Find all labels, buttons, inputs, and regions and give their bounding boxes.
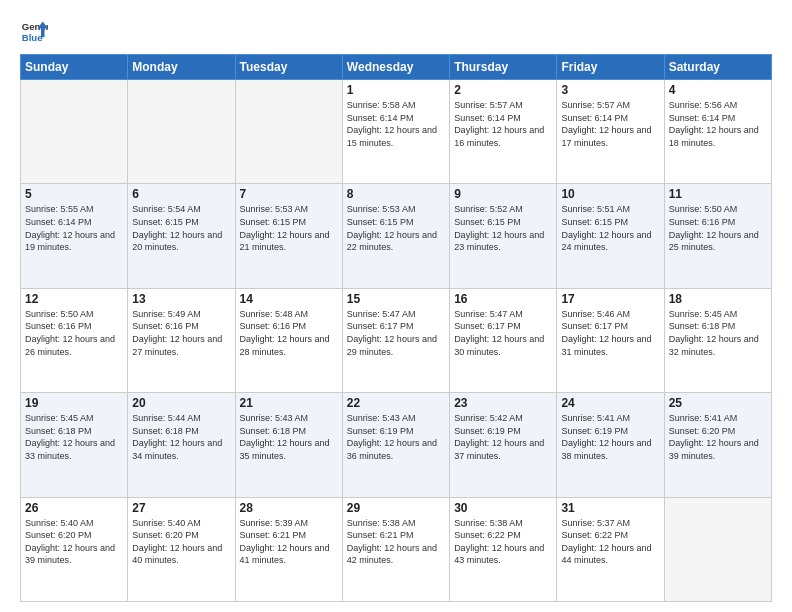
day-info: Sunrise: 5:53 AMSunset: 6:15 PMDaylight:… — [240, 203, 338, 253]
day-info: Sunrise: 5:47 AMSunset: 6:17 PMDaylight:… — [347, 308, 445, 358]
day-number: 8 — [347, 187, 445, 201]
calendar-cell: 3Sunrise: 5:57 AMSunset: 6:14 PMDaylight… — [557, 80, 664, 184]
day-number: 20 — [132, 396, 230, 410]
calendar-week-row: 1Sunrise: 5:58 AMSunset: 6:14 PMDaylight… — [21, 80, 772, 184]
day-number: 11 — [669, 187, 767, 201]
day-info: Sunrise: 5:57 AMSunset: 6:14 PMDaylight:… — [561, 99, 659, 149]
calendar-cell: 21Sunrise: 5:43 AMSunset: 6:18 PMDayligh… — [235, 393, 342, 497]
day-info: Sunrise: 5:38 AMSunset: 6:21 PMDaylight:… — [347, 517, 445, 567]
day-info: Sunrise: 5:38 AMSunset: 6:22 PMDaylight:… — [454, 517, 552, 567]
day-number: 15 — [347, 292, 445, 306]
day-number: 29 — [347, 501, 445, 515]
day-number: 26 — [25, 501, 123, 515]
calendar-cell — [128, 80, 235, 184]
calendar-cell — [21, 80, 128, 184]
day-info: Sunrise: 5:58 AMSunset: 6:14 PMDaylight:… — [347, 99, 445, 149]
day-number: 30 — [454, 501, 552, 515]
day-number: 13 — [132, 292, 230, 306]
day-info: Sunrise: 5:48 AMSunset: 6:16 PMDaylight:… — [240, 308, 338, 358]
weekday-header-row: SundayMondayTuesdayWednesdayThursdayFrid… — [21, 55, 772, 80]
logo-icon: General Blue — [20, 18, 48, 46]
calendar-cell: 31Sunrise: 5:37 AMSunset: 6:22 PMDayligh… — [557, 497, 664, 601]
calendar-cell: 6Sunrise: 5:54 AMSunset: 6:15 PMDaylight… — [128, 184, 235, 288]
day-number: 21 — [240, 396, 338, 410]
day-info: Sunrise: 5:50 AMSunset: 6:16 PMDaylight:… — [669, 203, 767, 253]
calendar-cell: 5Sunrise: 5:55 AMSunset: 6:14 PMDaylight… — [21, 184, 128, 288]
calendar-cell — [664, 497, 771, 601]
day-number: 4 — [669, 83, 767, 97]
calendar-cell: 11Sunrise: 5:50 AMSunset: 6:16 PMDayligh… — [664, 184, 771, 288]
calendar-cell: 2Sunrise: 5:57 AMSunset: 6:14 PMDaylight… — [450, 80, 557, 184]
day-info: Sunrise: 5:49 AMSunset: 6:16 PMDaylight:… — [132, 308, 230, 358]
day-info: Sunrise: 5:47 AMSunset: 6:17 PMDaylight:… — [454, 308, 552, 358]
day-number: 25 — [669, 396, 767, 410]
calendar-cell: 28Sunrise: 5:39 AMSunset: 6:21 PMDayligh… — [235, 497, 342, 601]
svg-text:Blue: Blue — [22, 32, 43, 43]
weekday-header: Wednesday — [342, 55, 449, 80]
day-number: 5 — [25, 187, 123, 201]
calendar-cell: 19Sunrise: 5:45 AMSunset: 6:18 PMDayligh… — [21, 393, 128, 497]
header: General Blue — [20, 18, 772, 46]
weekday-header: Tuesday — [235, 55, 342, 80]
calendar-cell: 25Sunrise: 5:41 AMSunset: 6:20 PMDayligh… — [664, 393, 771, 497]
weekday-header: Monday — [128, 55, 235, 80]
day-info: Sunrise: 5:56 AMSunset: 6:14 PMDaylight:… — [669, 99, 767, 149]
calendar-cell: 4Sunrise: 5:56 AMSunset: 6:14 PMDaylight… — [664, 80, 771, 184]
calendar-cell: 1Sunrise: 5:58 AMSunset: 6:14 PMDaylight… — [342, 80, 449, 184]
day-number: 3 — [561, 83, 659, 97]
day-info: Sunrise: 5:55 AMSunset: 6:14 PMDaylight:… — [25, 203, 123, 253]
day-info: Sunrise: 5:42 AMSunset: 6:19 PMDaylight:… — [454, 412, 552, 462]
calendar-week-row: 26Sunrise: 5:40 AMSunset: 6:20 PMDayligh… — [21, 497, 772, 601]
day-number: 1 — [347, 83, 445, 97]
calendar-cell: 29Sunrise: 5:38 AMSunset: 6:21 PMDayligh… — [342, 497, 449, 601]
calendar-cell: 13Sunrise: 5:49 AMSunset: 6:16 PMDayligh… — [128, 288, 235, 392]
calendar-cell: 17Sunrise: 5:46 AMSunset: 6:17 PMDayligh… — [557, 288, 664, 392]
calendar-cell: 24Sunrise: 5:41 AMSunset: 6:19 PMDayligh… — [557, 393, 664, 497]
calendar-cell: 12Sunrise: 5:50 AMSunset: 6:16 PMDayligh… — [21, 288, 128, 392]
calendar-cell: 30Sunrise: 5:38 AMSunset: 6:22 PMDayligh… — [450, 497, 557, 601]
day-info: Sunrise: 5:45 AMSunset: 6:18 PMDaylight:… — [669, 308, 767, 358]
day-info: Sunrise: 5:46 AMSunset: 6:17 PMDaylight:… — [561, 308, 659, 358]
day-info: Sunrise: 5:40 AMSunset: 6:20 PMDaylight:… — [132, 517, 230, 567]
day-info: Sunrise: 5:50 AMSunset: 6:16 PMDaylight:… — [25, 308, 123, 358]
calendar-cell: 7Sunrise: 5:53 AMSunset: 6:15 PMDaylight… — [235, 184, 342, 288]
day-info: Sunrise: 5:52 AMSunset: 6:15 PMDaylight:… — [454, 203, 552, 253]
calendar-cell: 9Sunrise: 5:52 AMSunset: 6:15 PMDaylight… — [450, 184, 557, 288]
day-info: Sunrise: 5:37 AMSunset: 6:22 PMDaylight:… — [561, 517, 659, 567]
day-info: Sunrise: 5:44 AMSunset: 6:18 PMDaylight:… — [132, 412, 230, 462]
day-info: Sunrise: 5:41 AMSunset: 6:20 PMDaylight:… — [669, 412, 767, 462]
day-number: 27 — [132, 501, 230, 515]
calendar-cell: 14Sunrise: 5:48 AMSunset: 6:16 PMDayligh… — [235, 288, 342, 392]
calendar-cell: 16Sunrise: 5:47 AMSunset: 6:17 PMDayligh… — [450, 288, 557, 392]
day-number: 18 — [669, 292, 767, 306]
calendar-cell: 18Sunrise: 5:45 AMSunset: 6:18 PMDayligh… — [664, 288, 771, 392]
calendar-cell: 26Sunrise: 5:40 AMSunset: 6:20 PMDayligh… — [21, 497, 128, 601]
day-info: Sunrise: 5:43 AMSunset: 6:18 PMDaylight:… — [240, 412, 338, 462]
day-number: 9 — [454, 187, 552, 201]
day-number: 28 — [240, 501, 338, 515]
day-info: Sunrise: 5:40 AMSunset: 6:20 PMDaylight:… — [25, 517, 123, 567]
calendar-week-row: 12Sunrise: 5:50 AMSunset: 6:16 PMDayligh… — [21, 288, 772, 392]
page: General Blue SundayMondayTuesdayWednesda… — [0, 0, 792, 612]
day-number: 6 — [132, 187, 230, 201]
day-number: 17 — [561, 292, 659, 306]
calendar-table: SundayMondayTuesdayWednesdayThursdayFrid… — [20, 54, 772, 602]
day-number: 14 — [240, 292, 338, 306]
day-number: 19 — [25, 396, 123, 410]
day-number: 16 — [454, 292, 552, 306]
calendar-cell: 20Sunrise: 5:44 AMSunset: 6:18 PMDayligh… — [128, 393, 235, 497]
weekday-header: Thursday — [450, 55, 557, 80]
calendar-cell: 27Sunrise: 5:40 AMSunset: 6:20 PMDayligh… — [128, 497, 235, 601]
calendar-week-row: 19Sunrise: 5:45 AMSunset: 6:18 PMDayligh… — [21, 393, 772, 497]
calendar-cell: 8Sunrise: 5:53 AMSunset: 6:15 PMDaylight… — [342, 184, 449, 288]
day-info: Sunrise: 5:53 AMSunset: 6:15 PMDaylight:… — [347, 203, 445, 253]
calendar-cell: 15Sunrise: 5:47 AMSunset: 6:17 PMDayligh… — [342, 288, 449, 392]
day-number: 23 — [454, 396, 552, 410]
day-info: Sunrise: 5:51 AMSunset: 6:15 PMDaylight:… — [561, 203, 659, 253]
day-number: 2 — [454, 83, 552, 97]
weekday-header: Friday — [557, 55, 664, 80]
day-info: Sunrise: 5:45 AMSunset: 6:18 PMDaylight:… — [25, 412, 123, 462]
day-info: Sunrise: 5:43 AMSunset: 6:19 PMDaylight:… — [347, 412, 445, 462]
day-info: Sunrise: 5:57 AMSunset: 6:14 PMDaylight:… — [454, 99, 552, 149]
day-info: Sunrise: 5:39 AMSunset: 6:21 PMDaylight:… — [240, 517, 338, 567]
